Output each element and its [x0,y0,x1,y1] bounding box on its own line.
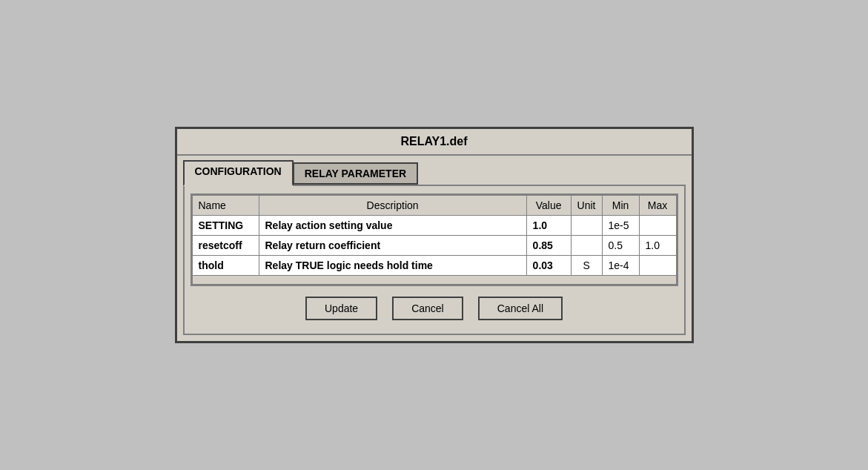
tab-relay-parameter[interactable]: RELAY PARAMETER [293,162,418,185]
cell-min: 1e-4 [602,256,639,276]
cell-value: 0.03 [526,256,571,276]
cell-value: 0.85 [526,236,571,256]
cell-name: resetcoff [192,236,259,256]
data-table-wrapper: Name Description Value Unit Min Max SETT… [191,193,678,286]
cell-max [639,256,676,276]
table-row: resetcoff Relay return coefficient 0.85 … [192,236,676,256]
cancel-all-button[interactable]: Cancel All [478,297,563,320]
col-header-max: Max [639,196,676,216]
tabs-area: CONFIGURATION RELAY PARAMETER [177,156,692,185]
table-empty-row [192,276,676,285]
col-header-name: Name [192,196,259,216]
cell-max [639,216,676,236]
cell-value: 1.0 [526,216,571,236]
cell-unit [571,236,602,256]
cell-max: 1.0 [639,236,676,256]
cell-min: 1e-5 [602,216,639,236]
dialog: RELAY1.def CONFIGURATION RELAY PARAMETER… [175,127,694,343]
cell-name: SETTING [192,216,259,236]
data-table: Name Description Value Unit Min Max SETT… [192,195,677,285]
dialog-title: RELAY1.def [400,135,467,148]
table-row: thold Relay TRUE logic needs hold time 0… [192,256,676,276]
col-header-unit: Unit [571,196,602,216]
cancel-button[interactable]: Cancel [392,297,463,320]
cell-description: Relay return coefficient [259,236,526,256]
cell-min: 0.5 [602,236,639,256]
col-header-value: Value [526,196,571,216]
cell-description: Relay TRUE logic needs hold time [259,256,526,276]
button-area: Update Cancel Cancel All [191,289,678,326]
table-row: SETTING Relay action setting value 1.0 1… [192,216,676,236]
title-bar: RELAY1.def [177,129,692,156]
content-area: Name Description Value Unit Min Max SETT… [183,185,686,335]
tab-configuration[interactable]: CONFIGURATION [183,160,294,186]
cell-description: Relay action setting value [259,216,526,236]
col-header-description: Description [259,196,526,216]
update-button[interactable]: Update [305,297,377,320]
cell-name: thold [192,256,259,276]
cell-unit [571,216,602,236]
table-header-row: Name Description Value Unit Min Max [192,196,676,216]
cell-unit: S [571,256,602,276]
col-header-min: Min [602,196,639,216]
